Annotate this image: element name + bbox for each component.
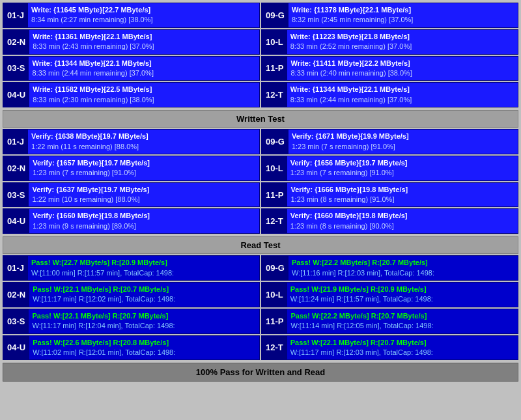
pass-line1-10l: Pass! W:[21.9 MByte/s] R:[20.9 MByte/s] — [290, 285, 514, 294]
pass-line2-02n: W:[11:17 min] R:[12:02 min], TotalCap: 1… — [33, 294, 256, 304]
verify-info-04u: Verify: {1660 MByte}[19.8 MByte/s] 1:23 … — [29, 209, 259, 233]
verify-label-10l: 10-L — [262, 156, 287, 180]
write-line2-03s: 8:33 min (2:44 min remaining) [37.0%] — [32, 68, 256, 78]
verify-info-10l: Verify: {1656 MByte}[19.7 MByte/s] 1:23 … — [287, 156, 518, 180]
write-cell-03s: 03-S Write: {11344 MByte}[22.1 MByte/s] … — [3, 56, 260, 81]
pass-info-12t: Pass! W:[22.1 MByte/s] R:[20.7 MByte/s] … — [287, 336, 518, 360]
write-cell-04u: 04-U Write: {11582 MByte}[22.5 MByte/s] … — [3, 82, 260, 107]
write-line1-10l: Write: {11223 MByte}[21.8 MByte/s] — [290, 32, 514, 42]
pass-line2-03s: W:[11:17 min] R:[12:04 min], TotalCap: 1… — [32, 321, 256, 331]
write-grid: 01-J Write: {11645 MByte}[22.7 MByte/s] … — [3, 3, 518, 107]
pass-line2-12t: W:[11:17 min] R:[12:03 min], TotalCap: 1… — [290, 348, 514, 357]
pass-line1-02n: Pass! W:[22.1 MByte/s] R:[20.7 MByte/s] — [33, 285, 256, 294]
pass-cell-02n: 02-N Pass! W:[22.1 MByte/s] R:[20.7 MByt… — [3, 282, 260, 307]
write-line1-09g: Write: {11378 MByte}[22.1 MByte/s] — [292, 5, 514, 15]
verify-label-02n: 02-N — [3, 156, 29, 180]
write-line2-04u: 8:33 min (2:30 min remaining) [38.0%] — [33, 95, 256, 105]
verify-line1-09g: Verify: {1671 MByte}[19.9 MByte/s] — [292, 132, 514, 141]
write-line1-02n: Write: {11361 MByte}[22.1 MByte/s] — [33, 32, 256, 42]
device-label-10l: 10-L — [262, 30, 287, 54]
verify-cell-10l: 10-L Verify: {1656 MByte}[19.7 MByte/s] … — [261, 156, 518, 181]
device-label-12t: 12-T — [262, 83, 287, 107]
write-cell-11p: 11-P Write: {11411 MByte}[22.2 MByte/s] … — [261, 56, 518, 81]
device-info-01j: Write: {11645 MByte}[22.7 MByte/s] 8:34 … — [28, 3, 259, 27]
pass-line2-04u: W:[11:02 min] R:[12:01 min], TotalCap: 1… — [33, 348, 256, 357]
pass-label-01j: 01-J — [3, 256, 28, 280]
device-label-03s: 03-S — [3, 57, 29, 81]
verify-label-04u: 04-U — [3, 209, 29, 233]
write-line1-12t: Write: {11344 MByte}[22.1 MByte/s] — [290, 85, 514, 94]
verify-line1-01j: Verify: {1638 MByte}[19.7 MByte/s] — [31, 132, 256, 141]
pass-info-01j: Pass! W:[22.7 MByte/s] R:[20.9 MByte/s] … — [28, 256, 259, 280]
pass-cell-09g: 09-G Pass! W:[22.2 MByte/s] R:[20.7 MByt… — [261, 255, 518, 281]
verify-cell-02n: 02-N Verify: {1657 MByte}[19.7 MByte/s] … — [3, 156, 260, 181]
pass-cell-01j: 01-J Pass! W:[22.7 MByte/s] R:[20.9 MByt… — [3, 255, 260, 281]
verify-cell-03s: 03-S Verify: {1637 MByte}[19.7 MByte/s] … — [3, 182, 260, 208]
pass-cell-04u: 04-U Pass! W:[22.6 MByte/s] R:[20.8 MByt… — [3, 335, 260, 361]
read-test-header: Read Test — [3, 236, 518, 254]
pass-line1-09g: Pass! W:[22.2 MByte/s] R:[20.7 MByte/s] — [292, 258, 514, 268]
pass-line2-11p: W:[11:14 min] R:[12:05 min], TotalCap: 1… — [290, 321, 514, 331]
verify-info-11p: Verify: {1666 MByte}[19.8 MByte/s] 1:23 … — [287, 183, 518, 207]
pass-cell-10l: 10-L Pass! W:[21.9 MByte/s] R:[20.9 MByt… — [261, 282, 518, 307]
write-line1-11p: Write: {11411 MByte}[22.2 MByte/s] — [290, 59, 514, 68]
device-label-02n: 02-N — [3, 30, 29, 54]
verify-section: 01-J Verify: {1638 MByte}[19.7 MByte/s] … — [3, 129, 518, 234]
write-cell-12t: 12-T Write: {11344 MByte}[22.1 MByte/s] … — [261, 82, 518, 107]
write-line2-09g: 8:32 min (2:45 min remaining) [37.0%] — [292, 15, 514, 25]
pass-grid: 01-J Pass! W:[22.7 MByte/s] R:[20.9 MByt… — [3, 255, 518, 360]
verify-grid: 01-J Verify: {1638 MByte}[19.7 MByte/s] … — [3, 129, 518, 234]
pass-line2-01j: W:[11:00 min] R:[11:57 min], TotalCap: 1… — [31, 268, 256, 278]
pass-label-04u: 04-U — [3, 336, 29, 360]
written-test-header: Written Test — [3, 110, 518, 128]
verify-line1-11p: Verify: {1666 MByte}[19.8 MByte/s] — [290, 185, 514, 195]
device-info-03s: Write: {11344 MByte}[22.1 MByte/s] 8:33 … — [29, 57, 259, 81]
pass-info-09g: Pass! W:[22.2 MByte/s] R:[20.7 MByte/s] … — [289, 256, 518, 280]
write-cell-02n: 02-N Write: {11361 MByte}[22.1 MByte/s] … — [3, 29, 260, 55]
pass-label-10l: 10-L — [262, 283, 287, 307]
pass-label-11p: 11-P — [262, 309, 287, 333]
device-label-09g: 09-G — [262, 3, 289, 27]
pass-cell-03s: 03-S Pass! W:[22.1 MByte/s] R:[20.7 MByt… — [3, 309, 260, 334]
verify-line1-12t: Verify: {1660 MByte}[19.8 MByte/s] — [290, 211, 514, 221]
write-line2-02n: 8:33 min (2:43 min remaining) [37.0%] — [33, 42, 256, 51]
write-line1-03s: Write: {11344 MByte}[22.1 MByte/s] — [32, 59, 256, 68]
verify-cell-12t: 12-T Verify: {1660 MByte}[19.8 MByte/s] … — [261, 208, 518, 234]
verify-label-03s: 03-S — [3, 183, 29, 207]
verify-info-09g: Verify: {1671 MByte}[19.9 MByte/s] 1:23 … — [289, 130, 518, 154]
pass-line1-01j: Pass! W:[22.7 MByte/s] R:[20.9 MByte/s] — [31, 258, 256, 268]
write-line2-12t: 8:33 min (2:44 min remaining) [37.0%] — [290, 95, 514, 105]
write-line2-11p: 8:33 min (2:40 min remaining) [38.0%] — [290, 68, 514, 78]
verify-info-12t: Verify: {1660 MByte}[19.8 MByte/s] 1:23 … — [287, 209, 518, 233]
verify-line2-04u: 1:23 min (9 s remaining) [89.0%] — [33, 221, 256, 231]
verify-cell-01j: 01-J Verify: {1638 MByte}[19.7 MByte/s] … — [3, 129, 260, 154]
pass-info-03s: Pass! W:[22.1 MByte/s] R:[20.7 MByte/s] … — [29, 309, 259, 333]
verify-label-09g: 09-G — [262, 130, 289, 154]
write-cell-09g: 09-G Write: {11378 MByte}[22.1 MByte/s] … — [261, 3, 518, 28]
write-line1-01j: Write: {11645 MByte}[22.7 MByte/s] — [31, 5, 256, 15]
device-info-09g: Write: {11378 MByte}[22.1 MByte/s] 8:32 … — [289, 3, 518, 27]
pass-section: 01-J Pass! W:[22.7 MByte/s] R:[20.9 MByt… — [3, 255, 518, 360]
verify-label-12t: 12-T — [262, 209, 287, 233]
verify-line2-10l: 1:23 min (7 s remaining) [91.0%] — [290, 168, 514, 178]
pass-line2-10l: W:[11:24 min] R:[11:57 min], TotalCap: 1… — [290, 294, 514, 304]
pass-line1-12t: Pass! W:[22.1 MByte/s] R:[20.7 MByte/s] — [290, 338, 514, 348]
verify-info-03s: Verify: {1637 MByte}[19.7 MByte/s] 1:22 … — [29, 183, 259, 207]
verify-cell-09g: 09-G Verify: {1671 MByte}[19.9 MByte/s] … — [261, 129, 518, 154]
main-container: 01-J Write: {11645 MByte}[22.7 MByte/s] … — [0, 0, 521, 384]
device-info-11p: Write: {11411 MByte}[22.2 MByte/s] 8:33 … — [287, 57, 518, 81]
verify-line1-02n: Verify: {1657 MByte}[19.7 MByte/s] — [33, 158, 256, 168]
write-section: 01-J Write: {11645 MByte}[22.7 MByte/s] … — [3, 3, 518, 107]
write-line1-04u: Write: {11582 MByte}[22.5 MByte/s] — [33, 85, 256, 94]
pass-label-02n: 02-N — [3, 283, 29, 307]
pass-info-04u: Pass! W:[22.6 MByte/s] R:[20.8 MByte/s] … — [29, 336, 259, 360]
verify-label-01j: 01-J — [3, 130, 28, 154]
pass-label-09g: 09-G — [262, 256, 289, 280]
pass-cell-12t: 12-T Pass! W:[22.1 MByte/s] R:[20.7 MByt… — [261, 335, 518, 361]
verify-cell-11p: 11-P Verify: {1666 MByte}[19.8 MByte/s] … — [261, 182, 518, 208]
device-label-11p: 11-P — [262, 57, 287, 81]
pass-label-03s: 03-S — [3, 309, 29, 333]
verify-line2-11p: 1:23 min (8 s remaining) [91.0%] — [290, 195, 514, 204]
verify-label-11p: 11-P — [262, 183, 287, 207]
verify-cell-04u: 04-U Verify: {1660 MByte}[19.8 MByte/s] … — [3, 208, 260, 234]
